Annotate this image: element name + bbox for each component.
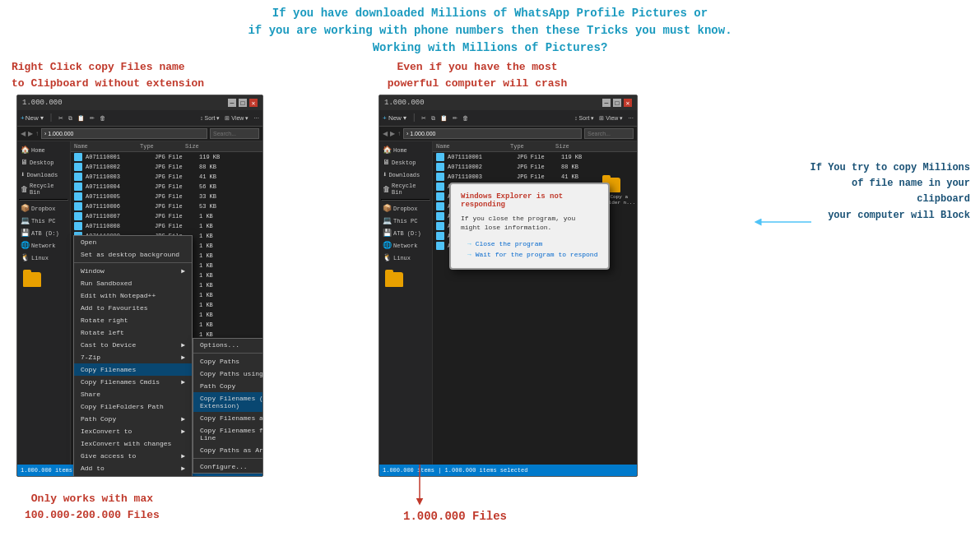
cm-window[interactable]: Window ▶ [74, 265, 192, 277]
w2-more-btn[interactable]: ··· [628, 114, 634, 122]
scm-copy-filenames-types[interactable]: Copy Filenames and Types [193, 412, 263, 424]
cm-iex-convert-changes[interactable]: IexConvert with changes [74, 437, 192, 450]
window2-status-text: 1.000.000 items | 1.000.000 items select… [383, 467, 527, 474]
windows-not-responding-dialog: Windows Explorer is not responding If yo… [449, 183, 610, 270]
cm-copy-folder-path[interactable]: Copy FileFolders Path [74, 400, 192, 413]
w2-nav-forward[interactable]: ▶ [390, 130, 395, 137]
address-input[interactable] [41, 128, 207, 139]
left-caption-line1: Right Click copy Files name [12, 59, 204, 76]
w2-nav-up[interactable]: ↑ [397, 130, 401, 137]
scm-copy-array[interactable]: Copy Paths as Array [193, 444, 263, 456]
cm-desktop[interactable]: Set as desktop background [74, 248, 192, 261]
file-row[interactable]: A071110004JPG File56 KB [71, 182, 262, 192]
cm-iex-convert[interactable]: IexConvert to ▶ [74, 425, 192, 437]
cm-copy-filenames-cmdis[interactable]: Copy Filenames Cmdis ▶ [74, 376, 192, 388]
window1-close-btn[interactable]: ✕ [249, 99, 258, 107]
window2-close-btn[interactable]: ✕ [624, 99, 632, 107]
cm-open[interactable]: Open [74, 236, 192, 248]
w2-sidebar-downloads[interactable]: ⬇ Downloads [381, 169, 430, 181]
sidebar-item-home[interactable]: 🏠 Home [19, 144, 68, 156]
scm-copy-paths-sep[interactable]: Copy Paths using / Separator [193, 368, 263, 380]
toolbar-delete-btn[interactable]: 🗑 [100, 115, 105, 121]
scm-options[interactable]: Options... [193, 339, 263, 351]
w2-nav-back[interactable]: ◀ [383, 130, 388, 137]
w2-rename-btn[interactable]: ✏ [453, 115, 457, 122]
cm-share[interactable]: Share [74, 388, 192, 400]
sidebar-item-network[interactable]: 🌐 Network [19, 239, 68, 252]
scm-path-copy[interactable]: Path Copy [193, 380, 263, 392]
window1-minimize-btn[interactable]: ─ [228, 99, 236, 107]
file-row[interactable]: A071110005JPG File33 KB [71, 192, 262, 201]
w2-copy-btn[interactable]: ⧉ [431, 115, 435, 122]
scm-configure[interactable]: Configure... [193, 460, 263, 473]
toolbar-sort-btn[interactable]: ↕ Sort ▾ [200, 115, 220, 122]
search-input[interactable] [210, 128, 259, 139]
file-row[interactable]: A071110001JPG File119 KB [71, 152, 262, 162]
nav-back-btn[interactable]: ◀ [21, 130, 26, 137]
cm-rotate-left[interactable]: Rotate left [74, 326, 192, 339]
toolbar-cut-btn[interactable]: ✂ [58, 115, 63, 122]
dialog-option2[interactable]: → Wait for the program to respond [461, 249, 598, 260]
cm-unlock[interactable]: Unlock IT [74, 474, 192, 477]
dialog-option1[interactable]: → Close the program [461, 238, 598, 249]
sidebar-item-desktop[interactable]: 🖥 Desktop [19, 156, 68, 169]
file-row[interactable]: A071110001JPG File119 KB [433, 152, 637, 162]
file-row[interactable]: A071110007JPG File1 KB [71, 211, 262, 221]
w2-address-input[interactable] [403, 128, 582, 139]
w2-sidebar-dropbox[interactable]: 📦 Dropbox [381, 202, 430, 215]
sidebar-item-downloads[interactable]: ⬇ Downloads [19, 169, 68, 181]
w2-cut-btn[interactable]: ✂ [421, 115, 426, 122]
window2-minimize-btn[interactable]: ─ [602, 99, 611, 107]
cm-add-to[interactable]: Add to ▶ [74, 462, 192, 474]
file-row[interactable]: A071110002JPG File88 KB [71, 162, 262, 172]
sidebar-item-atb[interactable]: 💾 ATB (D:) [19, 227, 68, 239]
sidebar-item-dropbox[interactable]: 📦 Dropbox [19, 202, 68, 215]
nav-up-btn[interactable]: ↑ [35, 130, 39, 137]
sidebar-item-linux[interactable]: 🐧 Linux [19, 252, 68, 264]
file-row[interactable]: A071110002JPG File88 KB [433, 162, 637, 172]
w2-toolbar-new-btn[interactable]: + New ▾ [383, 114, 406, 122]
window2-maximize-btn[interactable]: □ [613, 99, 621, 107]
file-row[interactable]: A071110006JPG File53 KB [71, 201, 262, 211]
w2-sidebar-desktop[interactable]: 🖥 Desktop [381, 156, 430, 169]
sidebar-item-thispc[interactable]: 💻 This PC [19, 215, 68, 227]
left-caption-line2: to Clipboard without extension [12, 76, 204, 92]
cm-sandbox[interactable]: Run Sandboxed [74, 277, 192, 289]
w2-sidebar-linux[interactable]: 🐧 Linux [381, 252, 430, 264]
w2-sidebar-thispc[interactable]: 💻 This PC [381, 215, 430, 227]
file-row[interactable]: A071110003JPG File41 KB [71, 172, 262, 182]
cm-7zip[interactable]: 7-Zip ▶ [74, 351, 192, 363]
w2-search-input[interactable] [584, 128, 634, 139]
scm-copy-filenames-noext[interactable]: Copy Filenames (No Extension) [193, 392, 263, 412]
w2-sidebar-recycle[interactable]: 🗑 Recycle Bin [381, 181, 430, 197]
w2-sidebar-network[interactable]: 🌐 Network [381, 239, 430, 252]
file-size: 88 KB [561, 164, 578, 170]
w2-paste-btn[interactable]: 📋 [440, 115, 448, 122]
nav-forward-btn[interactable]: ▶ [28, 130, 33, 137]
w2-view-btn[interactable]: ⊞ View ▾ [599, 115, 623, 122]
cm-cast[interactable]: Cast to Device ▶ [74, 339, 192, 351]
cm-rotate-right[interactable]: Rotate right [74, 314, 192, 326]
toolbar-view-btn[interactable]: ⊞ View ▾ [225, 115, 248, 122]
w2-sort-btn[interactable]: ↕ Sort ▾ [574, 115, 594, 122]
w2-delete-btn[interactable]: 🗑 [462, 115, 468, 121]
scm-copy-paths[interactable]: Copy Paths [193, 355, 263, 368]
cm-notepad[interactable]: Edit with Notepad++ [74, 289, 192, 302]
w2-sidebar-home[interactable]: 🏠 Home [381, 144, 430, 156]
window1-maximize-btn[interactable]: □ [239, 99, 247, 107]
toolbar-new-btn[interactable]: + New ▾ [21, 114, 44, 122]
toolbar-copy-btn[interactable]: ⧉ [68, 115, 72, 122]
file-icon [436, 173, 444, 181]
scm-copy-cmd[interactable]: Copy Filenames for Command Line [193, 424, 263, 444]
cm-path-copy[interactable]: Path Copy ▶ [74, 413, 192, 425]
cm-copy-filenames[interactable]: Copy Filenames [74, 363, 192, 376]
toolbar-paste-btn[interactable]: 📋 [77, 115, 85, 122]
file-name: A071110002 [448, 164, 513, 170]
cm-favorites[interactable]: Add to Favourites [74, 302, 192, 314]
cm-give-access[interactable]: Give access to ▶ [74, 450, 192, 462]
w2-sidebar-atb[interactable]: 💾 ATB (D:) [381, 227, 430, 239]
file-row[interactable]: A071110008JPG File1 KB [71, 221, 262, 231]
toolbar-rename-btn[interactable]: ✏ [90, 115, 95, 122]
sidebar-item-recycle[interactable]: 🗑 Recycle Bin [19, 181, 68, 197]
toolbar-more-btn[interactable]: ··· [253, 114, 259, 122]
